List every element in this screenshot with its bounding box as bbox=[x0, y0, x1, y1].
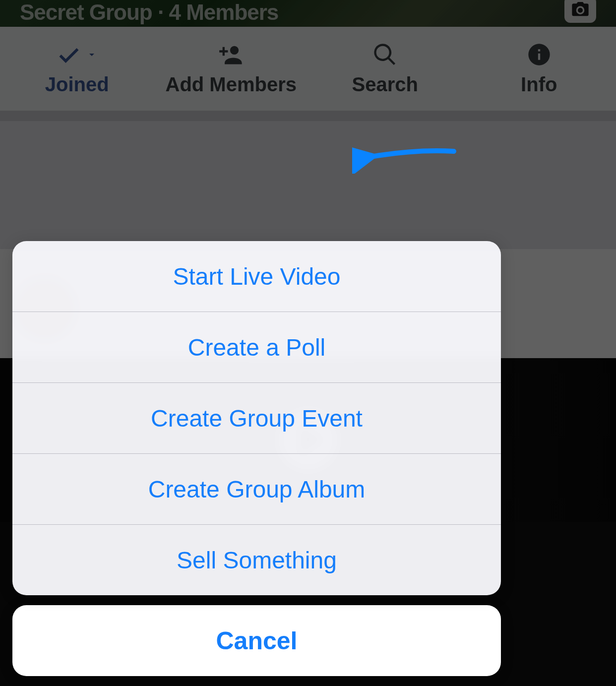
camera-icon bbox=[570, 0, 590, 19]
joined-label: Joined bbox=[45, 73, 109, 96]
option-label: Start Live Video bbox=[173, 263, 341, 290]
add-members-button[interactable]: Add Members bbox=[154, 27, 308, 111]
action-sheet-options: Start Live Video Create a Poll Create Gr… bbox=[12, 241, 501, 595]
search-label: Search bbox=[352, 73, 418, 96]
option-label: Create Group Event bbox=[151, 405, 363, 432]
option-create-group-album[interactable]: Create Group Album bbox=[12, 454, 501, 525]
divider bbox=[0, 111, 616, 121]
add-members-label: Add Members bbox=[166, 73, 297, 96]
member-count-label: 4 Members bbox=[169, 0, 278, 24]
option-label: Create Group Album bbox=[148, 476, 366, 503]
group-visibility-members: Secret Group · 4 Members bbox=[20, 0, 278, 25]
cover-photo: Secret Group · 4 Members bbox=[0, 0, 616, 27]
separator-dot: · bbox=[158, 0, 169, 24]
change-cover-button[interactable] bbox=[564, 0, 596, 23]
option-label: Create a Poll bbox=[188, 334, 325, 361]
checkmark-icon bbox=[56, 42, 82, 67]
caret-down-icon bbox=[86, 49, 98, 61]
option-create-poll[interactable]: Create a Poll bbox=[12, 312, 501, 383]
search-icon bbox=[372, 42, 398, 67]
info-label: Info bbox=[521, 73, 557, 96]
option-sell-something[interactable]: Sell Something bbox=[12, 525, 501, 595]
cancel-label: Cancel bbox=[216, 626, 298, 655]
group-type-label: Secret Group bbox=[20, 0, 152, 24]
option-create-group-event[interactable]: Create Group Event bbox=[12, 383, 501, 454]
add-person-icon bbox=[218, 42, 244, 67]
search-button[interactable]: Search bbox=[308, 27, 462, 111]
option-start-live-video[interactable]: Start Live Video bbox=[12, 241, 501, 312]
option-label: Sell Something bbox=[177, 547, 337, 574]
action-sheet: Start Live Video Create a Poll Create Gr… bbox=[12, 241, 501, 676]
info-icon bbox=[526, 42, 552, 67]
joined-button[interactable]: Joined bbox=[0, 27, 154, 111]
info-button[interactable]: Info bbox=[462, 27, 616, 111]
group-action-bar: Joined Add Members Search Info bbox=[0, 27, 616, 111]
cancel-button[interactable]: Cancel bbox=[12, 605, 501, 676]
